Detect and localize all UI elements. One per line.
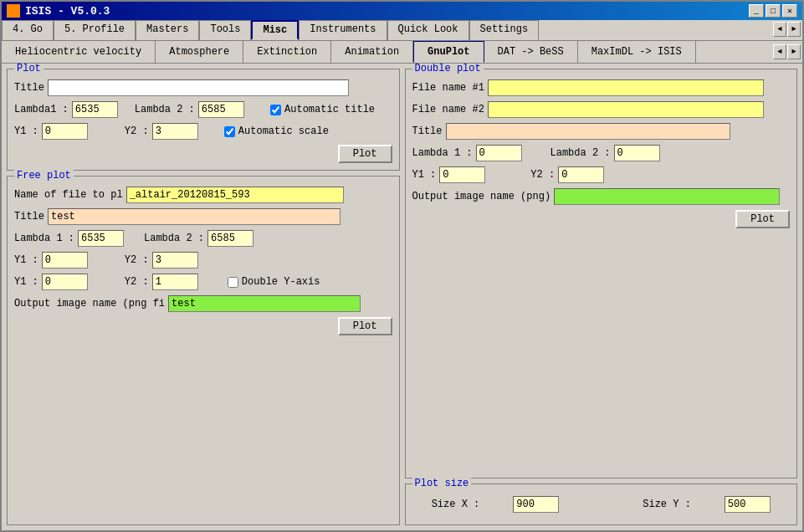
double-plot-y1-input[interactable] [439, 166, 485, 183]
plot-sizex-input[interactable] [513, 496, 559, 513]
plot-sizex-label: Size X : [432, 499, 480, 510]
plot-y2-input[interactable] [152, 123, 198, 140]
plot-y1-label: Y1 : [14, 125, 38, 137]
tab-tools[interactable]: Tools [199, 20, 251, 40]
plot-lambda1-label: Lambda1 : [14, 104, 69, 115]
plot-lambda-row: Lambda1 : Lambda 2 : Automatic title [14, 101, 392, 118]
tab-quicklook[interactable]: Quick Look [387, 20, 469, 40]
free-plot-lambda-row: Lambda 1 : Lambda 2 : [14, 230, 392, 247]
tab-go[interactable]: 4. Go [2, 20, 54, 40]
double-plot-lambda-row: Lambda 1 : Lambda 2 : [412, 145, 791, 161]
free-plot-y2-input[interactable] [152, 252, 198, 269]
free-plot-file-label: Name of file to pl [14, 189, 123, 201]
double-plot-y2-input[interactable] [558, 166, 604, 183]
right-panel: Double plot File name #1 File name #2 Ti… [405, 69, 798, 525]
double-yaxis-checkbox[interactable] [228, 277, 238, 288]
double-plot-fn2-row: File name #2 [412, 101, 791, 118]
double-plot-fn1-row: File name #1 [412, 79, 791, 96]
double-plot-title-input[interactable] [446, 123, 730, 140]
double-plot-group: Double plot File name #1 File name #2 Ti… [405, 69, 798, 478]
plot-sizey-input[interactable] [725, 496, 771, 513]
double-plot-fn1-label: File name #1 [412, 82, 484, 94]
double-plot-lambda1-input[interactable] [476, 145, 522, 161]
free-plot-output-input[interactable] [168, 295, 361, 312]
plot-title-input[interactable] [48, 79, 349, 96]
auto-title-spacer [261, 104, 267, 115]
free-plot-title-input[interactable] [48, 208, 341, 225]
free-plot-lambda2-input[interactable] [207, 230, 253, 247]
tab-misc[interactable]: Misc [251, 20, 299, 40]
free-plot-btn-row: Plot [14, 317, 392, 335]
free-plot-title-row: Title [14, 208, 392, 225]
double-plot-lambda2-input[interactable] [614, 145, 660, 161]
tab-settings[interactable]: Settings [469, 20, 540, 40]
plot-btn-row: Plot [14, 145, 392, 163]
menubar: 4. Go 5. Profile Masters Tools Misc Inst… [2, 20, 802, 41]
double-plot-group-title: Double plot [412, 64, 484, 74]
plot-size-row: Size X : Size Y : [412, 496, 791, 513]
plot-lambda1-input[interactable] [72, 101, 118, 118]
double-plot-y-row: Y1 : Y2 : [412, 166, 791, 183]
plot-group: Plot Title Lambda1 : Lambda 2 : Automati… [7, 69, 400, 171]
free-plot-y1-input[interactable] [42, 252, 88, 269]
double-plot-fn1-input[interactable] [488, 79, 764, 96]
menubar-nav: ◄ ► [771, 20, 802, 40]
plot-size-group-title: Plot size [412, 478, 472, 489]
double-plot-fn2-input[interactable] [488, 101, 764, 118]
double-plot-y2-label: Y2 : [530, 169, 555, 181]
double-plot-lambda1-label: Lambda 1 : [412, 147, 473, 159]
minimize-button[interactable]: _ [749, 4, 764, 18]
menubar-nav-right[interactable]: ► [787, 22, 801, 37]
title-bar-controls: _ □ ✕ [749, 4, 797, 18]
left-panel: Plot Title Lambda1 : Lambda 2 : Automati… [7, 69, 400, 525]
free-plot-group-title: Free plot [14, 170, 74, 182]
free-plot-button[interactable]: Plot [338, 317, 392, 335]
toolbar2-dat-bess[interactable]: DAT -> BeSS [484, 41, 578, 63]
free-plot-y2b-input[interactable] [152, 274, 198, 290]
double-yaxis-label: Double Y-axis [242, 276, 320, 288]
plot-button[interactable]: Plot [338, 145, 392, 163]
tab-masters[interactable]: Masters [136, 20, 199, 40]
double-plot-button[interactable]: Plot [735, 210, 790, 228]
toolbar2-animation[interactable]: Animation [331, 41, 413, 63]
auto-scale-label: Automatic scale [238, 125, 329, 137]
plot-lambda2-label: Lambda 2 : [135, 104, 195, 115]
free-plot-file-input[interactable] [126, 187, 344, 203]
plot-lambda2-input[interactable] [198, 101, 244, 118]
free-plot-lambda1-label: Lambda 1 : [14, 233, 74, 244]
tab-instruments[interactable]: Instruments [299, 20, 387, 40]
toolbar2-extinction[interactable]: Extinction [243, 41, 331, 63]
double-plot-lambda2-label: Lambda 2 : [551, 147, 611, 159]
menubar-nav-left[interactable]: ◄ [773, 22, 786, 37]
toolbar2-heliocentric[interactable]: Heliocentric velocity [2, 41, 156, 63]
plot-y-row: Y1 : Y2 : Automatic scale [14, 123, 392, 140]
toolbar2-nav-right[interactable]: ► [787, 44, 801, 59]
free-plot-y1b-input[interactable] [42, 274, 88, 290]
double-plot-output-input[interactable] [554, 188, 780, 205]
double-plot-title-label: Title [412, 125, 443, 137]
free-plot-y2b-label: Y2 : [125, 276, 149, 288]
toolbar2-maximdl[interactable]: MaxImDL -> ISIS [578, 41, 696, 63]
auto-title-label: Automatic title [284, 104, 375, 115]
plot-y1-input[interactable] [42, 123, 88, 140]
main-window: ISIS - V5.0.3 _ □ ✕ 4. Go 5. Profile Mas… [0, 0, 804, 532]
auto-title-checkbox[interactable] [270, 105, 281, 115]
free-plot-file-row: Name of file to pl [14, 187, 392, 203]
toolbar2-nav-left[interactable]: ◄ [773, 44, 786, 59]
double-plot-fn2-label: File name #2 [412, 104, 484, 115]
content-area: Plot Title Lambda1 : Lambda 2 : Automati… [2, 64, 802, 530]
toolbar2: Heliocentric velocity Atmosphere Extinct… [2, 41, 802, 64]
auto-scale-checkbox[interactable] [224, 126, 235, 137]
app-icon [7, 4, 20, 18]
plot-size-group: Plot size Size X : Size Y : [405, 483, 798, 525]
free-plot-lambda1-input[interactable] [78, 230, 124, 247]
double-plot-output-label: Output image name (png) [412, 191, 551, 202]
toolbar2-gnuplot[interactable]: GnuPlot [413, 41, 484, 63]
auto-scale-spacer [215, 125, 221, 137]
close-button[interactable]: ✕ [782, 4, 797, 18]
tab-profile[interactable]: 5. Profile [54, 20, 136, 40]
toolbar2-atmosphere[interactable]: Atmosphere [156, 41, 243, 63]
maximize-button[interactable]: □ [766, 4, 781, 18]
free-plot-output-row: Output image name (png fi [14, 295, 392, 312]
free-plot-y1-row: Y1 : Y2 : [14, 252, 392, 269]
